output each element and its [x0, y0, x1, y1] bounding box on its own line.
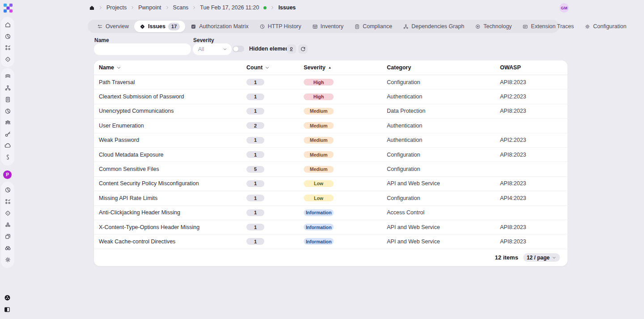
home-solid-icon[interactable] — [89, 5, 95, 11]
issue-category: Configuration — [387, 195, 500, 201]
tab-label: HTTP History — [268, 23, 301, 30]
tab-extension-traces[interactable]: Extension Traces — [517, 21, 579, 32]
key-icon[interactable] — [4, 131, 11, 137]
issue-owasp: API8:2023 — [500, 180, 568, 187]
reel-icon[interactable] — [4, 294, 11, 302]
page-size-select[interactable]: 12 / page — [523, 253, 560, 262]
count-badge: 1 — [246, 195, 264, 201]
table-row[interactable]: Content Security Policy Misconfiguration… — [94, 177, 568, 191]
table-row[interactable]: Common Sensitive Files5MediumConfigurati… — [94, 162, 568, 176]
issue-owasp: API2:2023 — [500, 137, 568, 143]
issue-owasp: API8:2023 — [500, 238, 568, 245]
building-icon[interactable] — [4, 96, 11, 103]
name-filter-input[interactable] — [94, 43, 191, 55]
toggle-knob — [233, 47, 238, 51]
breadcrumb-item[interactable]: Projects — [106, 4, 127, 11]
table-row[interactable]: Anti-Clickjacking Header Missing1Informa… — [94, 206, 568, 220]
breadcrumb-item[interactable]: Pwnpoint — [138, 4, 161, 11]
hook-icon[interactable] — [4, 154, 11, 161]
tab-label: Inventory — [321, 23, 343, 30]
diamond-icon[interactable] — [4, 210, 11, 217]
users-icon[interactable] — [4, 119, 11, 126]
issue-category: Configuration — [387, 79, 500, 85]
gear-icon[interactable] — [4, 256, 11, 263]
column-label: Category — [387, 64, 411, 71]
column-header-category[interactable]: Category — [387, 64, 500, 71]
column-header-name[interactable]: Name — [99, 64, 246, 71]
issue-name: Anti-Clickjacking Header Missing — [99, 209, 246, 216]
clipboard-icon — [354, 24, 360, 30]
issue-category: Authentication — [387, 94, 500, 100]
severity-badge: Medium — [304, 108, 334, 115]
table-row[interactable]: User Enumeration2MediumAuthentication — [94, 119, 568, 133]
tab-overview[interactable]: Overview — [92, 21, 134, 32]
column-header-owasp[interactable]: OWASP — [500, 64, 568, 71]
app-logo[interactable] — [4, 4, 13, 13]
layers-icon[interactable] — [4, 73, 11, 80]
severity-badge: Low — [304, 180, 334, 187]
table-row[interactable]: Weak Password1MediumAuthenticationAPI2:2… — [94, 133, 568, 148]
triangle-up-icon — [328, 66, 332, 70]
graph-icon[interactable] — [4, 85, 11, 91]
table-row[interactable]: Missing API Rate Limits1LowConfiguration… — [94, 191, 568, 205]
issue-owasp: API8:2023 — [500, 79, 568, 85]
severity-selected-value: All — [198, 46, 204, 52]
column-header-severity[interactable]: Severity — [304, 64, 387, 71]
cluster-icon[interactable] — [4, 221, 11, 228]
table-row[interactable]: Cloud Metadata Exposure1MediumConfigurat… — [94, 148, 568, 162]
tags-icon[interactable] — [4, 233, 11, 240]
tab-label: Technology — [483, 23, 512, 30]
pie-chart-icon[interactable] — [4, 108, 11, 115]
severity-filter-select[interactable]: All — [193, 43, 232, 55]
pin-button[interactable] — [287, 44, 296, 54]
table-row[interactable]: X-Content-Type-Options Header Missing1In… — [94, 220, 568, 234]
table-row[interactable]: Unencrypted Communications1MediumData Pr… — [94, 104, 568, 119]
refresh-button[interactable] — [298, 44, 308, 54]
severity-badge: Information — [304, 238, 334, 245]
tab-inventory[interactable]: Inventory — [307, 21, 349, 32]
issue-category: Configuration — [387, 166, 500, 172]
table-icon — [312, 24, 318, 30]
severity-filter-label: Severity — [193, 37, 214, 43]
scan-checks-icon[interactable] — [4, 44, 11, 51]
binoculars-icon[interactable] — [4, 245, 11, 251]
card-icon — [522, 24, 528, 30]
sidebar-toggle-icon[interactable] — [4, 306, 11, 313]
checkbox-icon — [191, 24, 196, 30]
column-label: OWASP — [500, 64, 521, 71]
breadcrumb-item[interactable]: Issues — [278, 4, 296, 11]
table-row[interactable]: Weak Cache-control Directives1Informatio… — [94, 234, 568, 249]
tab-authorization-matrix[interactable]: Authorization Matrix — [185, 21, 254, 32]
breadcrumb: ProjectsPwnpointScansTue Feb 17, 2026 11… — [89, 4, 296, 11]
breadcrumb-item[interactable]: Scans — [173, 4, 189, 11]
tab-configuration[interactable]: Configuration — [579, 21, 631, 32]
clock-icon — [259, 24, 265, 30]
severity-badge: Information — [304, 224, 334, 230]
count-badge: 1 — [246, 137, 264, 144]
project-avatar[interactable]: P — [3, 170, 12, 179]
cloud-icon[interactable] — [4, 142, 11, 149]
diamond-icon[interactable] — [4, 56, 11, 63]
count-badge: 1 — [246, 238, 264, 245]
pie-chart-icon[interactable] — [4, 33, 11, 40]
home-icon[interactable] — [4, 21, 11, 28]
tab-http-history[interactable]: HTTP History — [254, 21, 307, 32]
tab-dependencies-graph[interactable]: Dependencies Graph — [398, 21, 470, 32]
tab-compliance[interactable]: Compliance — [349, 21, 398, 32]
breadcrumb-item[interactable]: Tue Feb 17, 2026 11:20 — [200, 4, 259, 11]
chevron-right-icon — [130, 5, 135, 10]
hidden-elements-toggle[interactable] — [233, 46, 244, 52]
table-row[interactable]: Cleartext Submission of Password1HighAut… — [94, 89, 568, 104]
table-body: Path Traversal1HighConfigurationAPI8:202… — [94, 75, 568, 249]
scan-checks-icon[interactable] — [4, 198, 11, 205]
user-avatar[interactable]: GM — [559, 3, 569, 13]
column-header-count[interactable]: Count — [246, 64, 304, 71]
chevron-right-icon — [98, 5, 103, 10]
table-row[interactable]: Path Traversal1HighConfigurationAPI8:202… — [94, 75, 568, 89]
tab-label: Dependencies Graph — [411, 23, 464, 30]
pie-chart-icon[interactable] — [4, 187, 11, 193]
issue-name: Weak Password — [99, 137, 246, 143]
tab-issues[interactable]: Issues17 — [134, 21, 185, 32]
issue-owasp: API4:2023 — [500, 195, 568, 201]
tab-technology[interactable]: Technology — [470, 21, 517, 32]
